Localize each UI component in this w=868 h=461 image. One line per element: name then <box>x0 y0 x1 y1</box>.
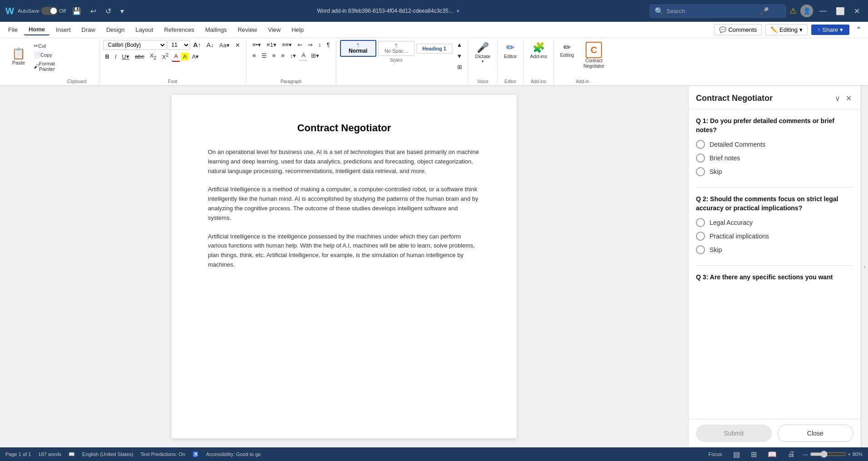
shrink-font-button[interactable]: A↓ <box>204 40 216 50</box>
sidebar-close-button[interactable]: ✕ <box>844 92 853 104</box>
radio-detailed-comments[interactable]: Detailed Comments <box>696 140 853 149</box>
doc-title-dropdown[interactable]: ▾ <box>457 8 459 14</box>
zoom-slider[interactable] <box>810 451 846 458</box>
shading-button[interactable]: A <box>299 50 308 61</box>
numbering-button[interactable]: ≡1▾ <box>264 40 279 50</box>
underline-button[interactable]: U▾ <box>120 52 132 61</box>
menu-view[interactable]: View <box>263 25 285 35</box>
document-area[interactable]: Contract Negotiator On an operational le… <box>0 86 688 447</box>
menu-help[interactable]: Help <box>287 25 308 35</box>
avatar[interactable]: 👤 <box>800 5 813 17</box>
style-no-spacing[interactable]: ¶ No Spac... <box>378 41 414 56</box>
menu-insert[interactable]: Insert <box>51 25 75 35</box>
radio-circle-skip-q1[interactable] <box>696 167 705 176</box>
cut-button[interactable]: ✂ Cut <box>31 42 58 50</box>
share-button[interactable]: ↑ Share ▾ <box>811 25 849 35</box>
increase-indent-button[interactable]: ⇒ <box>306 40 315 50</box>
subscript-button[interactable]: X2 <box>148 51 159 62</box>
view-web-button[interactable]: ⊞ <box>748 448 760 461</box>
radio-circle-brief[interactable] <box>696 154 705 163</box>
customize-qat-button[interactable]: ▾ <box>118 5 127 17</box>
search-bar[interactable]: 🔍 🎤 <box>650 5 786 18</box>
format-painter-button[interactable]: 🖌 Format Painter <box>31 60 58 73</box>
menu-draw[interactable]: Draw <box>77 25 100 35</box>
highlight-button[interactable]: A <box>181 53 189 60</box>
redo-button[interactable]: ↺ <box>103 5 114 17</box>
zoom-percent-label[interactable]: 80% <box>853 451 863 457</box>
sort-button[interactable]: ↕ <box>316 40 324 50</box>
sidebar-chevron-down-button[interactable]: ∨ <box>833 92 842 104</box>
menu-references[interactable]: References <box>159 25 198 35</box>
bullets-button[interactable]: ≡•▾ <box>250 40 263 50</box>
font-name-selector[interactable]: Calibri (Body) <box>103 40 167 50</box>
align-center-button[interactable]: ☰ <box>259 51 269 60</box>
radio-circle-detailed[interactable] <box>696 140 705 149</box>
menu-file[interactable]: File <box>4 25 22 35</box>
grow-font-button[interactable]: A↑ <box>191 40 203 50</box>
radio-practical-implications[interactable]: Practical implications <box>696 232 853 241</box>
comments-button[interactable]: 💬 Comments <box>714 24 762 35</box>
char-shading-button[interactable]: A▾ <box>190 52 202 61</box>
focus-button[interactable]: Focus <box>706 450 725 459</box>
decrease-indent-button[interactable]: ⇐ <box>295 40 305 50</box>
paste-button[interactable]: 📋 Paste <box>7 45 30 68</box>
accessibility-label[interactable]: Accessibility: Good to go <box>206 451 261 457</box>
align-left-button[interactable]: ≡ <box>250 51 258 60</box>
view-print-button[interactable]: 🖨 <box>785 448 798 460</box>
editing-button[interactable]: ✏️ Editing ▾ <box>765 24 808 35</box>
minimize-button[interactable]: — <box>817 5 829 17</box>
font-size-selector[interactable]: 11 <box>168 40 190 50</box>
language[interactable]: English (United States) <box>82 451 133 457</box>
zoom-increase-icon[interactable]: + <box>848 451 851 457</box>
styles-expand-button[interactable]: ⊞ <box>454 62 465 72</box>
radio-circle-practical[interactable] <box>696 232 705 241</box>
autosave-pill[interactable] <box>41 7 58 15</box>
radio-circle-legal[interactable] <box>696 218 705 227</box>
style-normal[interactable]: ¶ Normal <box>340 40 376 57</box>
menu-design[interactable]: Design <box>102 25 129 35</box>
close-panel-button[interactable]: Close <box>777 425 854 442</box>
zoom-decrease-icon[interactable]: — <box>803 451 808 457</box>
borders-button[interactable]: ⊞▾ <box>309 51 321 60</box>
radio-brief-notes[interactable]: Brief notes <box>696 154 853 163</box>
align-right-button[interactable]: ≡ <box>270 51 278 60</box>
save-button[interactable]: 💾 <box>69 5 84 17</box>
menu-home[interactable]: Home <box>24 24 49 35</box>
search-input[interactable] <box>666 8 757 15</box>
clear-formatting-button[interactable]: ✕ <box>233 40 242 50</box>
view-normal-button[interactable]: ▤ <box>730 448 743 461</box>
editor-button[interactable]: ✏ Editor <box>501 40 520 61</box>
superscript-button[interactable]: X2 <box>160 51 171 62</box>
radio-skip-q2[interactable]: Skip <box>696 245 853 254</box>
font-color-button[interactable]: A <box>172 51 180 62</box>
radio-legal-accuracy[interactable]: Legal Accuracy <box>696 218 853 227</box>
line-spacing-button[interactable]: ↕▾ <box>288 51 299 60</box>
maximize-button[interactable]: ⬜ <box>833 5 848 17</box>
radio-circle-skip-q2[interactable] <box>696 245 705 254</box>
dictate-button[interactable]: 🎤 Dictate ▾ <box>472 40 493 65</box>
multilevel-button[interactable]: ≡≡▾ <box>280 40 294 50</box>
view-read-button[interactable]: 📖 <box>765 448 779 461</box>
window-close-button[interactable]: ✕ <box>851 5 863 17</box>
change-case-button[interactable]: Aa▾ <box>217 40 232 50</box>
menu-review[interactable]: Review <box>233 25 262 35</box>
sidebar-collapse-tab[interactable]: › <box>861 86 868 447</box>
copy-button[interactable]: 📄 Copy <box>31 51 58 59</box>
style-heading1[interactable]: Heading 1 <box>416 44 453 54</box>
justify-button[interactable]: ≡ <box>279 51 287 60</box>
strikethrough-button[interactable]: abc <box>133 52 147 61</box>
radio-skip-q1[interactable]: Skip <box>696 167 853 176</box>
mic-icon[interactable]: 🎤 <box>760 7 769 15</box>
addins-button[interactable]: 🧩 Add-ins <box>527 40 549 61</box>
contract-negotiator-ribbon-button[interactable]: C ContractNegotiator <box>580 40 607 71</box>
text-predictions[interactable]: Text Predictions: On <box>141 451 185 457</box>
menu-mailings[interactable]: Mailings <box>201 25 232 35</box>
autosave-toggle[interactable]: AutoSave Off <box>18 7 66 15</box>
styles-up-button[interactable]: ▲ <box>454 40 465 50</box>
show-marks-button[interactable]: ¶ <box>325 40 332 50</box>
ribbon-collapse-button[interactable]: ⌃ <box>853 24 864 36</box>
styles-down-button[interactable]: ▼ <box>454 51 465 61</box>
bold-button[interactable]: B <box>103 52 112 61</box>
menu-layout[interactable]: Layout <box>131 25 158 35</box>
editing-ribbon-button[interactable]: ✏ Editing <box>557 40 577 59</box>
